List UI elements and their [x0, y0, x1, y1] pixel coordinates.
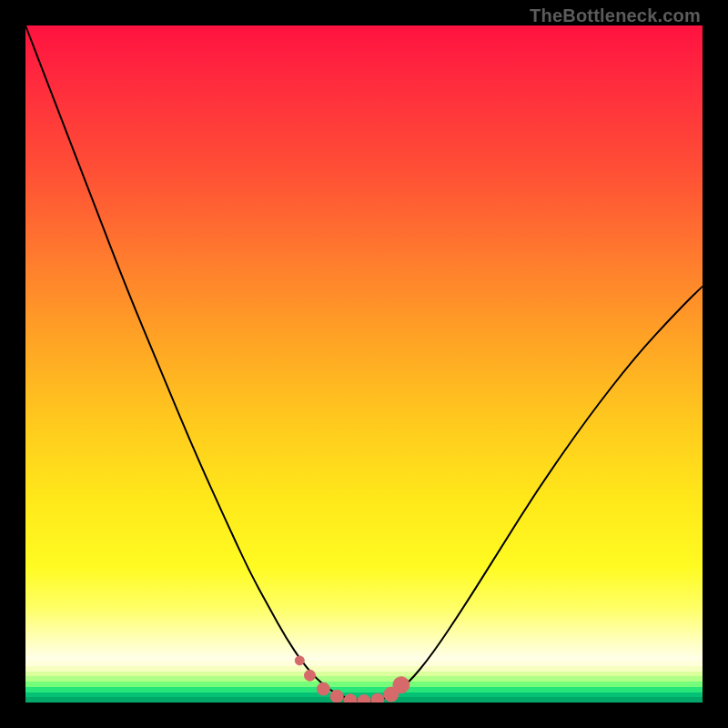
plot-area	[25, 25, 703, 703]
bottleneck-curve	[25, 25, 703, 701]
trough-marker	[358, 695, 370, 703]
trough-marker	[305, 670, 316, 681]
trough-marker	[317, 682, 329, 695]
trough-marker	[330, 690, 343, 703]
trough-marker	[344, 694, 357, 703]
chart-stage: TheBottleneck.com	[0, 0, 728, 728]
trough-marker	[371, 693, 384, 703]
trough-markers	[295, 656, 410, 703]
trough-marker	[393, 677, 410, 693]
trough-marker	[295, 656, 304, 665]
curve-svg	[25, 25, 703, 703]
attribution-text: TheBottleneck.com	[530, 5, 701, 26]
